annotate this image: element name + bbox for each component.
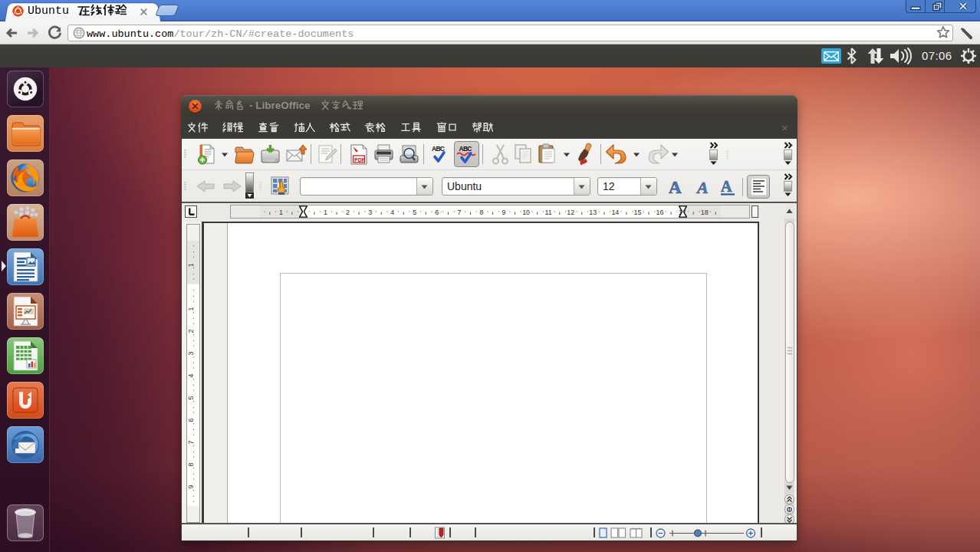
svg-text:4: 4 <box>187 373 195 377</box>
svg-text:1: 1 <box>279 209 283 216</box>
svg-text:ABC: ABC <box>432 145 445 153</box>
svg-text:2: 2 <box>187 330 195 334</box>
svg-text:PDF: PDF <box>354 157 366 163</box>
svg-text:12: 12 <box>567 209 574 216</box>
svg-text:9: 9 <box>187 485 195 488</box>
svg-text:18: 18 <box>701 209 709 216</box>
svg-text:7: 7 <box>187 440 195 444</box>
svg-text:8: 8 <box>480 209 484 216</box>
svg-text:A: A <box>696 178 709 196</box>
svg-text:4: 4 <box>390 209 394 216</box>
svg-text:1: 1 <box>187 263 195 267</box>
svg-text:8: 8 <box>187 462 195 466</box>
svg-text:A: A <box>669 178 682 196</box>
svg-text:ABC: ABC <box>459 145 472 153</box>
svg-text:14: 14 <box>611 209 619 216</box>
svg-text:A: A <box>721 178 732 195</box>
svg-text:5: 5 <box>187 396 195 399</box>
svg-text:13: 13 <box>589 209 597 216</box>
svg-text:10: 10 <box>522 209 530 216</box>
svg-text:6: 6 <box>435 209 439 216</box>
svg-text:2: 2 <box>346 209 350 216</box>
svg-text:5: 5 <box>413 209 416 216</box>
svg-text:16: 16 <box>656 209 664 216</box>
svg-text:11: 11 <box>545 209 552 216</box>
svg-text:3: 3 <box>368 209 372 216</box>
svg-text:6: 6 <box>187 418 195 422</box>
svg-text:15: 15 <box>634 209 642 216</box>
svg-text:3: 3 <box>187 352 195 356</box>
svg-text:1: 1 <box>187 307 195 311</box>
svg-text:9: 9 <box>502 209 506 216</box>
svg-text:7: 7 <box>457 209 461 216</box>
svg-text:1: 1 <box>324 209 327 216</box>
